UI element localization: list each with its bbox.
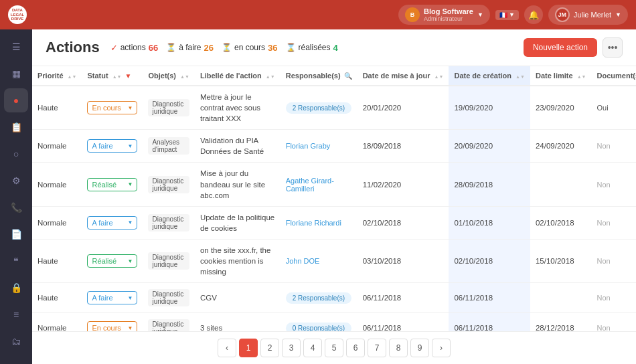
status-value: En cours: [92, 104, 121, 112]
status-select[interactable]: A faire ▼: [87, 139, 137, 153]
company-icon: B: [405, 7, 420, 22]
cell-priorite: Normale: [32, 130, 82, 163]
cell-date-creation: 01/10/2018: [449, 206, 530, 239]
search-responsable-icon[interactable]: 🔍: [344, 72, 352, 80]
sidebar-item-dashboard[interactable]: ▦: [4, 62, 28, 86]
cell-date-creation: 02/10/2018: [449, 239, 530, 282]
table-row: Haute Réalisé ▼ Diagnostic juridique on …: [32, 239, 636, 282]
sidebar-item-quotes[interactable]: ❝: [4, 249, 28, 273]
cell-responsable: Florian Graby: [281, 130, 357, 163]
sort-libelle-icon[interactable]: ▲▼: [266, 74, 275, 79]
cell-date-limite: 02/10/2018: [530, 206, 592, 239]
cell-date-maj: 03/10/2018: [357, 239, 449, 282]
pagination-page-5[interactable]: 5: [325, 339, 343, 357]
col-date-creation: Date de création ▲▼: [449, 66, 530, 86]
col-date-maj: Date de mise à jour ▲▼: [357, 66, 449, 86]
responsable-name: Agathe Girard-Camilleri: [286, 177, 334, 193]
nouvelle-action-button[interactable]: Nouvelle action: [524, 38, 597, 57]
sidebar-item-lock[interactable]: 🔒: [4, 276, 28, 300]
table-header: Priorité ▲▼ Statut ▲▼ ▼ Objet(s) ▲▼: [32, 66, 636, 86]
hourglass-realisees-icon: ⌛: [286, 43, 296, 52]
priority-value: Normale: [37, 219, 66, 227]
status-select[interactable]: Réalisé ▼: [87, 178, 137, 191]
status-select[interactable]: En cours ▼: [87, 101, 137, 114]
sort-statut-icon[interactable]: ▲▼: [112, 74, 122, 79]
cell-date-maj: 06/11/2018: [357, 283, 449, 313]
user-name: Julie Merlet: [574, 11, 611, 19]
responsable-button[interactable]: 2 Responsable(s): [286, 102, 351, 114]
sidebar-item-settings[interactable]: ⚙: [4, 169, 28, 193]
more-options-button[interactable]: •••: [603, 37, 623, 58]
cell-priorite: Haute: [32, 283, 82, 313]
page-header-left: Actions ✓ actions 66 ⏳ à faire 26: [46, 39, 338, 56]
sidebar-item-phone[interactable]: 📞: [4, 195, 28, 219]
user-avatar: JM: [555, 7, 570, 22]
cell-priorite: Haute: [32, 239, 82, 282]
status-select[interactable]: Réalisé ▼: [87, 254, 137, 268]
user-menu[interactable]: JM Julie Merlet ▼: [548, 5, 628, 25]
objet-tag: Diagnostic juridique: [148, 319, 189, 331]
sidebar-item-documents[interactable]: 📋: [4, 115, 28, 139]
pagination-page-4[interactable]: 4: [303, 339, 322, 357]
priority-value: Haute: [37, 294, 58, 302]
pagination-page-1[interactable]: 1: [239, 339, 258, 357]
sort-objet-icon[interactable]: ▲▼: [180, 74, 189, 79]
sidebar-item-list[interactable]: ≡: [4, 302, 28, 327]
status-chevron-icon: ▼: [128, 143, 133, 149]
pagination-page-7[interactable]: 7: [368, 339, 386, 357]
cell-libelle: Mettre à jour le contrat avec sous trait…: [195, 86, 281, 130]
status-select[interactable]: En cours ▼: [87, 321, 137, 331]
cell-objet: Diagnostic juridique: [143, 86, 194, 130]
sidebar-item-actions[interactable]: ●: [4, 88, 28, 112]
col-objet: Objet(s) ▲▼: [143, 66, 194, 86]
badge-group: ✓ actions 66 ⏳ à faire 26 ⏳ en cours: [110, 43, 338, 53]
pagination-page-6[interactable]: 6: [346, 339, 365, 357]
hourglass-encours-icon: ⏳: [222, 43, 232, 52]
sidebar-item-file[interactable]: 📄: [4, 222, 28, 246]
objet-tag: Diagnostic juridique: [148, 289, 189, 306]
pagination-page-8[interactable]: 8: [389, 339, 408, 357]
sort-datecreation-icon[interactable]: ▲▼: [515, 74, 525, 79]
cell-libelle: Update de la politique de cookies: [195, 206, 281, 239]
responsable-button[interactable]: 0 Responsable(s): [286, 323, 351, 331]
document-value: Non: [597, 324, 611, 331]
cell-date-maj: 20/01/2020: [357, 86, 449, 130]
badge-actions: ✓ actions 66: [110, 43, 159, 53]
cell-statut: A faire ▼: [82, 206, 143, 239]
cell-date-creation: 19/09/2020: [449, 86, 530, 130]
cell-objet: Diagnostic juridique: [143, 283, 194, 313]
sidebar-item-folder[interactable]: 🗂: [4, 329, 28, 353]
pagination-prev[interactable]: ‹: [218, 339, 236, 357]
col-statut: Statut ▲▼ ▼: [82, 66, 143, 86]
cell-libelle: Mise à jour du bandeau sur le site abc.c…: [195, 163, 281, 206]
sort-datemaj-icon[interactable]: ▲▼: [434, 74, 444, 79]
status-select[interactable]: A faire ▼: [87, 291, 137, 304]
page-header-right: Nouvelle action •••: [524, 37, 623, 58]
cell-responsable: Agathe Girard-Camilleri: [281, 163, 357, 206]
pagination-page-3[interactable]: 3: [282, 339, 301, 357]
company-selector[interactable]: B Blog Software Administrateur ▼: [398, 5, 490, 25]
sidebar-item-circle[interactable]: ○: [4, 142, 28, 166]
sort-datelimite-icon[interactable]: ▲▼: [577, 74, 586, 79]
document-value: Non: [597, 142, 611, 150]
status-chevron-icon: ▼: [128, 295, 133, 301]
responsable-button[interactable]: 2 Responsable(s): [286, 292, 351, 304]
table-row: Normale A faire ▼ Analyses d'impact Vali…: [32, 130, 636, 163]
pagination-next[interactable]: ›: [432, 339, 451, 357]
priority-value: Normale: [37, 142, 66, 150]
pagination-page-9[interactable]: 9: [410, 339, 429, 357]
status-select[interactable]: A faire ▼: [87, 216, 137, 230]
filter-statut-icon[interactable]: ▼: [125, 72, 132, 80]
sidebar-item-menu[interactable]: ☰: [4, 35, 28, 59]
sort-priorite-icon[interactable]: ▲▼: [68, 74, 77, 79]
notifications-button[interactable]: 🔔: [524, 5, 543, 24]
language-selector[interactable]: 🇫🇷 ▼: [495, 10, 519, 20]
status-value: Réalisé: [92, 181, 116, 189]
status-chevron-icon: ▼: [128, 181, 133, 187]
pagination-page-2[interactable]: 2: [260, 339, 279, 357]
cell-date-maj: 18/09/2018: [357, 130, 449, 163]
page-header: Actions ✓ actions 66 ⏳ à faire 26: [32, 29, 636, 66]
cell-document: Non: [592, 206, 636, 239]
cell-document: Non: [592, 239, 636, 282]
cell-document: Non: [592, 313, 636, 331]
